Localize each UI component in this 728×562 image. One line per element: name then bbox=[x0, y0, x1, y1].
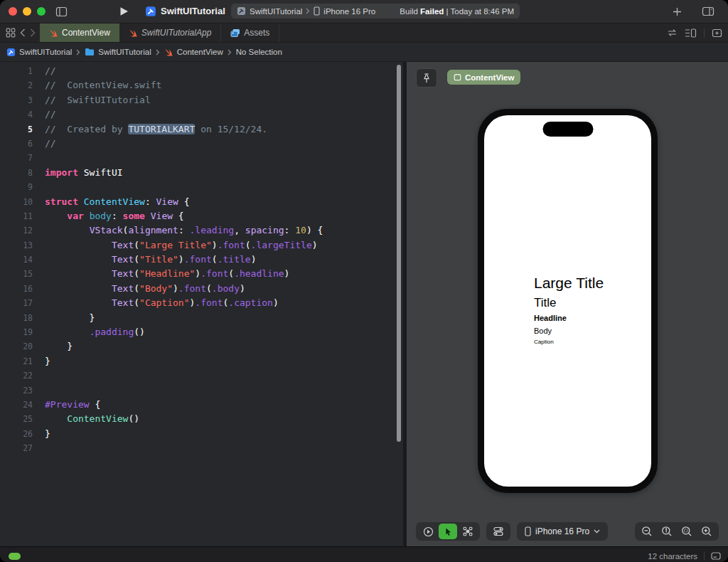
preview-text: Headline bbox=[534, 313, 604, 322]
chevron-right-icon bbox=[306, 8, 310, 14]
close-window-button[interactable] bbox=[9, 7, 17, 16]
code-line: 20 } bbox=[0, 339, 403, 354]
pin-preview-button[interactable] bbox=[416, 68, 437, 88]
zoom-controls-group bbox=[635, 522, 719, 541]
zoom-fit-icon bbox=[681, 526, 692, 537]
scheme-name[interactable]: SwiftUITutorial bbox=[250, 7, 302, 16]
variants-grid-button[interactable] bbox=[459, 524, 477, 539]
play-circle-icon bbox=[423, 526, 434, 537]
swift-file-icon bbox=[129, 28, 138, 38]
zoom-in-button[interactable] bbox=[697, 524, 716, 539]
breadcrumb-item[interactable]: SwiftUITutorial bbox=[85, 48, 151, 56]
zoom-100-icon bbox=[661, 526, 673, 537]
breadcrumb-item[interactable]: SwiftUITutorial bbox=[6, 48, 72, 57]
line-number: 21 bbox=[0, 354, 33, 369]
zoom-in-icon bbox=[701, 526, 712, 537]
zoom-fit-button[interactable] bbox=[678, 524, 696, 539]
line-number: 14 bbox=[0, 253, 33, 267]
activity-status-pill[interactable]: SwiftUITutorial iPhone 16 Pro Build Fail… bbox=[231, 4, 520, 18]
line-endings-icon[interactable] bbox=[711, 552, 721, 560]
preview-text: Caption bbox=[534, 339, 604, 346]
code-text: #Preview { bbox=[45, 398, 100, 412]
iphone-screen[interactable]: Large TitleTitleHeadlineBodyCaption bbox=[484, 115, 651, 487]
swift-file-icon bbox=[164, 48, 173, 57]
editor-scrollbar[interactable] bbox=[397, 65, 401, 442]
toggle-navigator-sidebar-button[interactable] bbox=[54, 4, 68, 18]
code-text: } bbox=[45, 427, 50, 441]
code-text: VStack(alignment: .leading, spacing: 10)… bbox=[45, 223, 323, 238]
code-line: 26} bbox=[0, 427, 403, 441]
variants-grid-icon bbox=[463, 526, 473, 536]
preview-target-chip[interactable]: ContentView bbox=[447, 70, 520, 85]
tab-assets[interactable]: Assets bbox=[221, 23, 279, 42]
iphone-device-icon bbox=[525, 526, 531, 536]
code-line: 2// ContentView.swift bbox=[0, 78, 403, 92]
zoom-window-button[interactable] bbox=[37, 7, 46, 16]
chevron-down-icon bbox=[594, 529, 600, 534]
tab-swiftuitutorialapp[interactable]: SwiftUITutorialApp bbox=[119, 23, 221, 42]
add-editor-icon[interactable] bbox=[712, 28, 722, 38]
zoom-out-button[interactable] bbox=[638, 524, 656, 539]
go-back-button[interactable] bbox=[20, 28, 26, 37]
line-number: 22 bbox=[0, 369, 33, 383]
code-text: // bbox=[45, 107, 56, 122]
swap-editors-icon[interactable] bbox=[667, 28, 678, 37]
line-number: 17 bbox=[0, 296, 33, 310]
chevron-right-icon bbox=[156, 49, 160, 55]
breadcrumb-item[interactable]: No Selection bbox=[236, 48, 282, 56]
run-destination[interactable]: iPhone 16 Pro bbox=[323, 7, 375, 16]
minimap-list-icon[interactable] bbox=[685, 28, 697, 38]
code-line: 11 var body: some View { bbox=[0, 209, 403, 223]
run-button[interactable] bbox=[117, 4, 131, 18]
divider bbox=[704, 28, 705, 38]
character-count: 12 characters bbox=[648, 552, 697, 561]
go-forward-button[interactable] bbox=[30, 28, 36, 37]
preview-text: Large Title bbox=[534, 275, 604, 292]
code-line: 4// bbox=[0, 107, 403, 122]
code-line: 3// SwiftUITutorial bbox=[0, 93, 403, 107]
line-number: 13 bbox=[0, 238, 33, 253]
code-line: 21} bbox=[0, 354, 403, 369]
code-line: 12 VStack(alignment: .leading, spacing: … bbox=[0, 223, 403, 238]
zoom-100-button[interactable] bbox=[658, 524, 676, 539]
xcode-window: SwiftUITutorial SwiftUITutorial iPhone 1… bbox=[0, 0, 728, 562]
preview-canvas: ContentView Large TitleTitleHeadlineBody… bbox=[407, 62, 728, 546]
code-line: 9 bbox=[0, 180, 403, 194]
code-line: 5// Created by TUTORIALKART on 15/12/24. bbox=[0, 122, 403, 137]
code-line: 1// bbox=[0, 64, 403, 78]
line-number: 3 bbox=[0, 93, 33, 107]
library-plus-button[interactable] bbox=[670, 4, 684, 18]
editor-layout-button[interactable] bbox=[701, 4, 715, 18]
code-text: var body: some View { bbox=[45, 209, 184, 223]
code-text: import SwiftUI bbox=[45, 166, 123, 180]
code-text: .padding() bbox=[45, 325, 145, 339]
breadcrumb-label: ContentView bbox=[177, 48, 223, 56]
code-text: Text("Large Title").font(.largeTitle) bbox=[45, 238, 318, 253]
line-number: 24 bbox=[0, 398, 33, 412]
code-lines: 1//2// ContentView.swift3// SwiftUITutor… bbox=[0, 62, 403, 456]
code-text: // Created by TUTORIALKART on 15/12/24. bbox=[45, 122, 267, 137]
line-number: 12 bbox=[0, 223, 33, 238]
minimize-window-button[interactable] bbox=[23, 7, 31, 16]
code-line: 14 Text("Title").font(.title) bbox=[0, 253, 403, 267]
line-number: 26 bbox=[0, 427, 33, 441]
tab-contentview[interactable]: ContentView bbox=[40, 23, 119, 42]
tab-label: Assets bbox=[244, 28, 269, 38]
play-circle-button[interactable] bbox=[419, 524, 437, 539]
code-line: 22 bbox=[0, 369, 403, 383]
source-editor[interactable]: 1//2// ContentView.swift3// SwiftUITutor… bbox=[0, 62, 403, 546]
preview-device-selector[interactable]: iPhone 16 Pro bbox=[517, 522, 608, 541]
code-line: 15 Text("Headline").font(.headline) bbox=[0, 267, 403, 281]
code-line: 10struct ContentView: View { bbox=[0, 195, 403, 209]
dynamic-island bbox=[542, 122, 593, 137]
window-project-title: SwiftUITutorial bbox=[161, 6, 225, 16]
device-settings-button[interactable] bbox=[486, 522, 510, 541]
code-line: 6// bbox=[0, 137, 403, 151]
iphone-device-icon bbox=[314, 6, 320, 16]
cursor-arrow-button[interactable] bbox=[439, 524, 457, 539]
related-items-icon[interactable] bbox=[6, 28, 16, 38]
pin-icon bbox=[422, 73, 431, 83]
breadcrumb-item[interactable]: ContentView bbox=[164, 48, 223, 57]
tab-strip: ContentViewSwiftUITutorialAppAssets bbox=[40, 23, 279, 42]
code-line: 7 bbox=[0, 151, 403, 165]
